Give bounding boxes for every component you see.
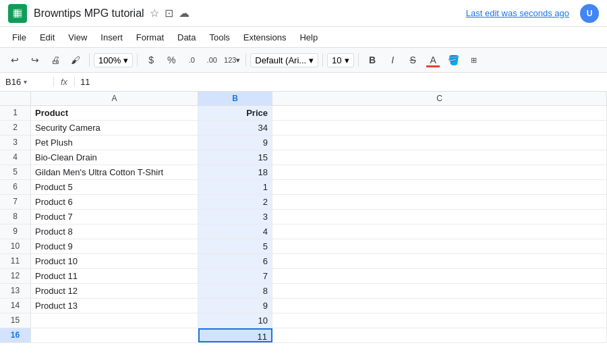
menu-view[interactable]: View: [61, 30, 94, 45]
decimal-decrease-button[interactable]: .0: [182, 51, 201, 69]
cell-c-15[interactable]: [272, 313, 607, 328]
menu-edit[interactable]: Edit: [33, 30, 61, 45]
zoom-selector[interactable]: 100% ▾: [94, 53, 133, 67]
cell-b-14[interactable]: 9: [198, 299, 272, 313]
row-header[interactable]: 8: [0, 210, 31, 224]
cell-c-9[interactable]: [272, 224, 607, 239]
font-family-selector[interactable]: Default (Ari... ▾: [250, 53, 318, 67]
border-button[interactable]: ⊞: [464, 51, 483, 69]
col-header-a[interactable]: A: [31, 92, 198, 105]
cell-a-12[interactable]: Product 11: [31, 269, 198, 283]
currency-button[interactable]: $: [142, 51, 161, 69]
cell-b-11[interactable]: 6: [198, 254, 272, 268]
menu-extensions[interactable]: Extensions: [237, 30, 293, 45]
cell-b-15[interactable]: 10: [198, 313, 272, 328]
cell-b-3[interactable]: 9: [198, 135, 272, 150]
row-header[interactable]: 12: [0, 269, 31, 283]
cell-c-13[interactable]: [272, 284, 607, 298]
row-header[interactable]: 10: [0, 239, 31, 253]
col-header-b[interactable]: B: [198, 92, 272, 105]
row-header[interactable]: 1: [0, 106, 31, 120]
cell-a-6[interactable]: Product 5: [31, 180, 198, 194]
cell-b-9[interactable]: 4: [198, 224, 272, 239]
cell-b-16[interactable]: 11: [198, 328, 272, 342]
cell-a-11[interactable]: Product 10: [31, 254, 198, 268]
cell-a-15[interactable]: [31, 313, 198, 328]
cell-a-2[interactable]: Security Camera: [31, 121, 198, 135]
cell-b-4[interactable]: 15: [198, 150, 272, 164]
cell-c-3[interactable]: [272, 135, 607, 150]
bold-button[interactable]: B: [363, 51, 382, 69]
cell-c-14[interactable]: [272, 299, 607, 313]
row-header[interactable]: 9: [0, 224, 31, 239]
strikethrough-button[interactable]: S: [403, 51, 422, 69]
cell-b-5[interactable]: 18: [198, 165, 272, 179]
font-size-selector[interactable]: 10 ▾: [327, 53, 354, 67]
row-header[interactable]: 11: [0, 254, 31, 268]
menu-help[interactable]: Help: [293, 30, 324, 45]
cell-c-16[interactable]: [272, 328, 607, 342]
cloud-icon[interactable]: ☁: [179, 7, 190, 20]
more-formats-button[interactable]: 123▾: [223, 51, 241, 69]
cell-a-7[interactable]: Product 6: [31, 195, 198, 209]
cell-b-6[interactable]: 1: [198, 180, 272, 194]
cell-a-9[interactable]: Product 8: [31, 224, 198, 239]
row-header[interactable]: 7: [0, 195, 31, 209]
cell-b-13[interactable]: 8: [198, 284, 272, 298]
row-header[interactable]: 2: [0, 121, 31, 135]
cell-a-16[interactable]: [31, 328, 198, 342]
cell-c-10[interactable]: [272, 239, 607, 253]
row-header[interactable]: 4: [0, 150, 31, 164]
menu-insert[interactable]: Insert: [94, 30, 129, 45]
col-header-c[interactable]: C: [272, 92, 607, 105]
highlight-color-button[interactable]: 🪣: [444, 51, 463, 69]
cell-b-1[interactable]: Price: [198, 106, 272, 120]
formula-input[interactable]: [75, 77, 607, 87]
menu-tools[interactable]: Tools: [202, 30, 236, 45]
row-header[interactable]: 3: [0, 135, 31, 150]
cell-reference-box[interactable]: B16 ▾: [0, 77, 54, 87]
menu-file[interactable]: File: [5, 30, 33, 45]
text-color-button[interactable]: A: [424, 51, 442, 69]
cell-b-10[interactable]: 5: [198, 239, 272, 253]
profile-avatar[interactable]: U: [580, 4, 599, 23]
star-icon[interactable]: ☆: [150, 7, 159, 20]
cell-a-3[interactable]: Pet Plush: [31, 135, 198, 150]
menu-format[interactable]: Format: [129, 30, 171, 45]
cell-a-4[interactable]: Bio-Clean Drain: [31, 150, 198, 164]
cell-c-6[interactable]: [272, 180, 607, 194]
percent-button[interactable]: %: [162, 51, 181, 69]
cell-c-11[interactable]: [272, 254, 607, 268]
cell-a-1[interactable]: Product: [31, 106, 198, 120]
cell-b-7[interactable]: 2: [198, 195, 272, 209]
paint-format-button[interactable]: 🖌: [66, 51, 85, 69]
menu-data[interactable]: Data: [171, 30, 202, 45]
row-header[interactable]: 16: [0, 328, 31, 342]
cell-c-7[interactable]: [272, 195, 607, 209]
cell-a-8[interactable]: Product 7: [31, 210, 198, 224]
row-header[interactable]: 13: [0, 284, 31, 298]
row-header[interactable]: 15: [0, 313, 31, 328]
row-header[interactable]: 6: [0, 180, 31, 194]
cell-c-2[interactable]: [272, 121, 607, 135]
cell-a-10[interactable]: Product 9: [31, 239, 198, 253]
cell-b-8[interactable]: 3: [198, 210, 272, 224]
cell-c-1[interactable]: [272, 106, 607, 120]
cell-c-4[interactable]: [272, 150, 607, 164]
italic-button[interactable]: I: [383, 51, 402, 69]
cell-a-5[interactable]: Gildan Men's Ultra Cotton T-Shirt: [31, 165, 198, 179]
folder-icon[interactable]: ⊡: [165, 7, 173, 20]
decimal-increase-button[interactable]: .00: [202, 51, 221, 69]
cell-c-5[interactable]: [272, 165, 607, 179]
row-header[interactable]: 5: [0, 165, 31, 179]
redo-button[interactable]: ↪: [26, 51, 45, 69]
cell-c-12[interactable]: [272, 269, 607, 283]
cell-a-13[interactable]: Product 12: [31, 284, 198, 298]
cell-b-12[interactable]: 7: [198, 269, 272, 283]
cell-a-14[interactable]: Product 13: [31, 299, 198, 313]
cell-b-2[interactable]: 34: [198, 121, 272, 135]
print-button[interactable]: 🖨: [46, 51, 65, 69]
undo-button[interactable]: ↩: [5, 51, 24, 69]
cell-c-8[interactable]: [272, 210, 607, 224]
row-header[interactable]: 14: [0, 299, 31, 313]
